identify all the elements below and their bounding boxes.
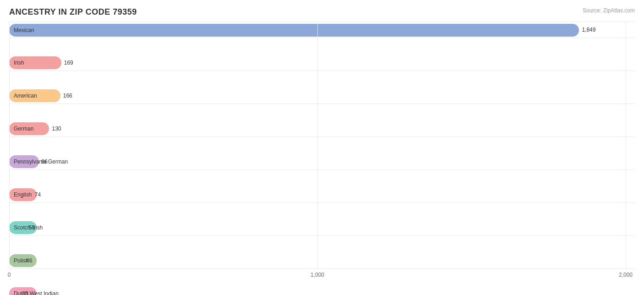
bar-value: 130 (52, 126, 61, 132)
grid-line (317, 22, 318, 269)
grid-line (9, 22, 10, 269)
bar-label: Irish (14, 60, 24, 66)
bar-value: 46 (26, 257, 32, 264)
bar-label: American (14, 93, 37, 99)
x-axis: 01,0002,000 (9, 269, 635, 283)
bar-label: German (14, 126, 33, 132)
bar-label: English (14, 191, 32, 198)
bar-row: Scotch-Irish55 (9, 219, 635, 236)
bar-value: 33 (22, 290, 28, 295)
x-axis-tick: 1,000 (311, 272, 324, 278)
bar-row: Polish46 (9, 252, 635, 269)
bar-value: 74 (35, 191, 41, 198)
bar-row: Dutch West Indian33 (9, 285, 635, 295)
bar-label: Dutch West Indian (14, 290, 59, 295)
bar-value: 96 (42, 158, 48, 165)
bar-row: Mexican1,849 (9, 22, 635, 38)
chart-container: ANCESTRY IN ZIP CODE 79359 Source: ZipAt… (0, 0, 644, 295)
bar-row: English74 (9, 186, 635, 203)
source-label: Source: ZipAtlas.com (583, 7, 635, 14)
bar-row: German130 (9, 120, 635, 137)
chart-title: ANCESTRY IN ZIP CODE 79359 (9, 7, 635, 17)
bar-value: 1,849 (582, 27, 595, 33)
bar-value: 169 (64, 60, 73, 66)
bar-row: American166 (9, 87, 635, 104)
bar-label: Mexican (14, 27, 34, 33)
bars-section: Mexican1,849Irish169American166German130… (9, 22, 635, 283)
bar-value: 166 (63, 93, 72, 99)
bar-label: Scotch-Irish (14, 224, 43, 231)
bar-row: Pennsylvania German96 (9, 153, 635, 170)
bar-row: Irish169 (9, 55, 635, 71)
bar-value: 55 (29, 224, 35, 231)
x-axis-tick: 0 (8, 272, 11, 278)
chart-area: Mexican1,849Irish169American166German130… (9, 22, 635, 268)
bar-label: Pennsylvania German (14, 158, 68, 165)
grid-line (626, 22, 626, 269)
x-axis-tick: 2,000 (619, 272, 633, 278)
